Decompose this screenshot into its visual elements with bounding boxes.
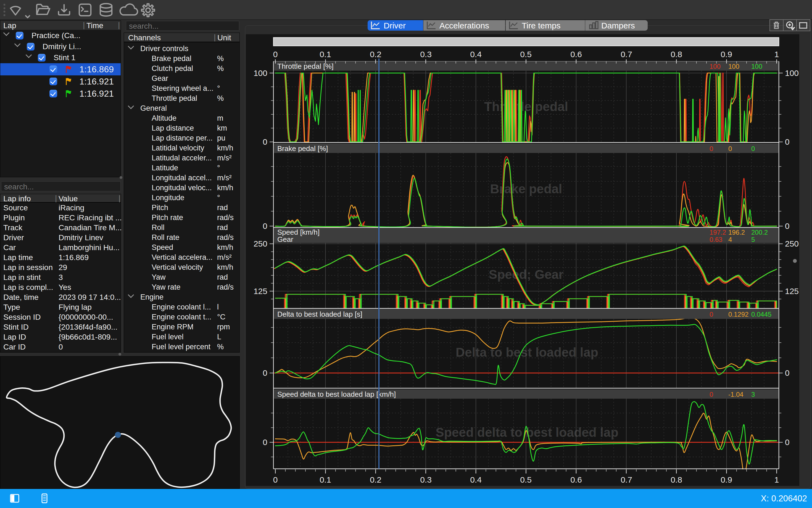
svg-text:125: 125 — [785, 287, 799, 296]
svg-text:Brake pedal: Brake pedal — [490, 182, 562, 196]
svg-text:100: 100 — [709, 63, 721, 70]
svg-text:Speed delta to best loaded lap: Speed delta to best loaded lap [km/h] — [277, 390, 396, 398]
svg-text:100: 100 — [751, 63, 762, 70]
svg-text:0: 0 — [785, 221, 789, 230]
svg-text:0.5: 0.5 — [520, 50, 532, 59]
svg-text:0.3: 0.3 — [420, 50, 432, 59]
svg-text:Throttle pedal: Throttle pedal — [484, 99, 568, 114]
svg-text:0.9: 0.9 — [721, 475, 732, 484]
svg-text:0.63: 0.63 — [709, 236, 723, 243]
svg-text:Delta to best loaded lap [s]: Delta to best loaded lap [s] — [277, 310, 362, 318]
svg-text:Gear: Gear — [277, 235, 293, 244]
svg-text:0: 0 — [785, 137, 789, 146]
svg-text:0.9: 0.9 — [721, 50, 732, 59]
svg-text:250: 250 — [785, 239, 799, 248]
svg-text:0: 0 — [785, 368, 789, 377]
svg-text:Delta to best loaded lap: Delta to best loaded lap — [456, 345, 598, 359]
svg-text:0.1: 0.1 — [320, 475, 331, 484]
svg-text:0.8: 0.8 — [671, 50, 682, 59]
svg-text:0.2: 0.2 — [370, 50, 381, 59]
svg-text:Speed; Gear: Speed; Gear — [489, 267, 564, 282]
svg-text:-1.04: -1.04 — [728, 391, 743, 398]
svg-text:1: 1 — [774, 475, 779, 484]
svg-text:0.6: 0.6 — [570, 475, 582, 484]
svg-text:Brake pedal [%]: Brake pedal [%] — [277, 144, 328, 153]
svg-text:0: 0 — [263, 437, 267, 447]
svg-text:0: 0 — [709, 145, 713, 153]
svg-text:125: 125 — [253, 287, 267, 296]
svg-text:200.2: 200.2 — [751, 228, 768, 236]
svg-text:0: 0 — [751, 145, 755, 153]
svg-text:0: 0 — [273, 50, 278, 59]
svg-text:0: 0 — [263, 368, 267, 377]
svg-text:250: 250 — [253, 239, 267, 248]
svg-text:0: 0 — [263, 137, 267, 146]
svg-text:0.4: 0.4 — [470, 50, 482, 59]
svg-text:1: 1 — [774, 50, 779, 59]
svg-text:0.3: 0.3 — [420, 475, 432, 484]
svg-text:0: 0 — [709, 310, 713, 318]
svg-text:0.8: 0.8 — [671, 475, 682, 484]
svg-text:0.0445: 0.0445 — [751, 310, 771, 318]
svg-text:196.2: 196.2 — [728, 228, 745, 236]
svg-text:0: 0 — [785, 437, 789, 447]
svg-text:0.1: 0.1 — [320, 50, 331, 59]
svg-text:0.7: 0.7 — [621, 475, 632, 484]
svg-text:4: 4 — [728, 236, 732, 243]
svg-text:0.4: 0.4 — [470, 475, 482, 484]
svg-text:0: 0 — [273, 475, 278, 484]
svg-text:0.5: 0.5 — [520, 475, 532, 484]
svg-text:0.2: 0.2 — [370, 475, 381, 484]
svg-text:100: 100 — [785, 69, 799, 78]
svg-text:0: 0 — [709, 391, 713, 398]
svg-text:3: 3 — [751, 391, 755, 398]
svg-text:0.1292: 0.1292 — [728, 310, 748, 318]
svg-text:100: 100 — [728, 63, 739, 70]
svg-text:0.6: 0.6 — [570, 50, 582, 59]
svg-text:100: 100 — [253, 69, 267, 78]
svg-text:0: 0 — [728, 145, 732, 153]
svg-text:5: 5 — [751, 236, 755, 243]
svg-text:197.2: 197.2 — [709, 228, 726, 236]
svg-text:0.7: 0.7 — [621, 50, 632, 59]
svg-text:0: 0 — [263, 221, 267, 230]
